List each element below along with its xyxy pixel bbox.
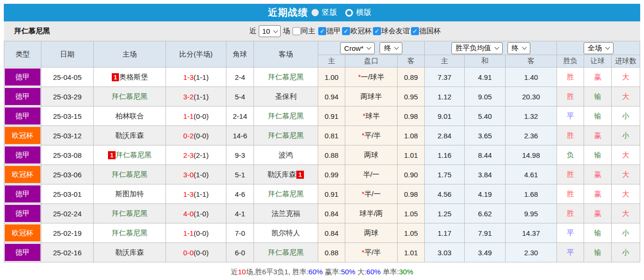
away-team-cell: 法兰克福	[254, 204, 318, 223]
halftime-score: (0-0)	[194, 112, 209, 120]
match-type-cell: 德甲	[4, 184, 41, 204]
avg-lose-odds: 20.30	[506, 87, 557, 106]
avg-win-odds: 9.01	[425, 106, 465, 126]
match-type-cell: 欧冠杯	[4, 165, 41, 184]
summary-segment: 30%	[399, 268, 413, 276]
checkbox-unchecked-icon[interactable]	[293, 27, 301, 35]
header-dropdown[interactable]: 终	[380, 42, 402, 54]
checkbox-checked-icon[interactable]: ✓	[411, 27, 419, 35]
summary-segment: 大:	[355, 268, 366, 276]
header-dropdown[interactable]: 胜平负均值	[451, 42, 503, 54]
match-type-cell: 欧冠杯	[4, 126, 41, 145]
handicap-result: 赢	[584, 68, 612, 87]
avg-lose-odds: 14.37	[506, 223, 557, 243]
summary-segment: 60%	[366, 268, 381, 276]
match-date: 25-03-12	[41, 126, 94, 145]
handicap-away-odds: 0.89	[398, 68, 425, 87]
handicap-line: *一/球半	[345, 68, 398, 87]
rank-badge: 1	[112, 73, 119, 81]
avg-win-odds: 1.12	[425, 87, 465, 106]
handicap-home-odds: 0.91	[318, 184, 345, 204]
team-name: 斯图加特	[116, 190, 144, 198]
match-date: 25-03-15	[41, 106, 94, 126]
handicap-away-odds: 1.05	[398, 204, 425, 223]
home-team-cell: 斯图加特	[94, 184, 166, 204]
handicap-result: 赢	[584, 204, 612, 223]
home-team-cell: 拜仁慕尼黑	[94, 204, 166, 223]
filter-checkbox-label[interactable]: 同主	[301, 27, 315, 36]
corners-cell: 9-3	[226, 145, 254, 165]
avg-lose-odds: 1.40	[506, 68, 557, 87]
avg-lose-odds: 9.95	[506, 204, 557, 223]
team-name: 拜仁慕尼黑	[268, 248, 304, 256]
col-header-date: 日期	[41, 41, 94, 68]
team-name: 拜仁慕尼黑	[268, 131, 304, 139]
handicap-away-odds: 0.98	[398, 106, 425, 126]
handicap-result: 输	[584, 243, 612, 262]
radio-horizontal-layout[interactable]	[345, 9, 353, 17]
asterisk-marker: *	[361, 248, 364, 256]
goals-result: 小	[612, 126, 640, 145]
match-date: 25-03-29	[41, 87, 94, 106]
halftime-score: (1-0)	[194, 210, 209, 218]
filter-checkbox-label[interactable]: 德甲	[327, 27, 341, 36]
team-name: 拜仁慕尼黑	[116, 151, 152, 159]
panel-title: 近期战绩	[268, 6, 308, 19]
team-name: 圣保利	[275, 92, 297, 100]
subheader-handicap-line: 盘口	[345, 55, 398, 68]
checkbox-checked-icon[interactable]: ✓	[373, 27, 381, 35]
home-team-cell: 拜仁慕尼黑	[94, 165, 166, 184]
header-dropdown-value: 终	[384, 44, 391, 53]
rank-badge: 1	[296, 171, 303, 179]
avg-lose-odds: 14.98	[506, 145, 557, 165]
league-badge: 德甲	[5, 185, 40, 203]
checkbox-checked-icon[interactable]: ✓	[318, 27, 326, 35]
handicap-result: 赢	[584, 165, 612, 184]
chevron-down-icon	[273, 28, 278, 33]
score-cell: 3-2(1-1)	[166, 87, 226, 106]
avg-win-odds: 1.25	[425, 204, 465, 223]
table-row: 德甲25-02-24拜仁慕尼黑4-0(1-0)4-1法兰克福0.84球半/两1.…	[4, 204, 640, 223]
handicap-away-odds: 1.01	[398, 145, 425, 165]
avg-draw-odds: 5.40	[465, 106, 506, 126]
topbar: 近期战绩 竖版 横版	[4, 4, 640, 21]
fulltime-score: 1-1	[183, 112, 194, 120]
filter-checkbox-label[interactable]: 球会友谊	[381, 27, 410, 36]
goals-result: 小	[612, 106, 640, 126]
header-dropdown[interactable]: 终	[507, 42, 530, 54]
filter-checkbox-label[interactable]: 德国杯	[420, 27, 441, 36]
team-name: 勒沃库森	[267, 170, 296, 178]
radio-horizontal-label[interactable]: 横版	[356, 8, 371, 18]
away-team-cell: 拜仁慕尼黑	[254, 126, 318, 145]
handicap-result: 输	[584, 223, 612, 243]
table-row: 德甲25-03-15柏林联合1-1(0-0)2-14拜仁慕尼黑0.91*球半0.…	[4, 106, 640, 126]
fulltime-score: 0-0	[183, 249, 194, 257]
asterisk-marker: *	[361, 190, 364, 198]
goals-result: 大	[612, 204, 640, 223]
checkbox-checked-icon[interactable]: ✓	[342, 27, 350, 35]
team-title: 拜仁慕尼黑	[14, 27, 50, 36]
match-count-select[interactable]: 10	[259, 25, 281, 37]
fulltime-score: 3-2	[183, 93, 194, 101]
home-team-cell: 拜仁慕尼黑	[94, 223, 166, 243]
match-result: 胜	[557, 184, 584, 204]
avg-win-odds: 1.16	[425, 145, 465, 165]
avg-draw-odds: 3.84	[465, 165, 506, 184]
chevron-down-icon	[494, 45, 499, 50]
avg-lose-odds: 1.68	[506, 184, 557, 204]
radio-vertical-layout[interactable]	[312, 9, 319, 16]
handicap-result: 赢	[584, 126, 612, 145]
match-result: 平	[557, 106, 584, 126]
handicap-result: 输	[584, 87, 612, 106]
header-dropdown-value: Crow*	[344, 44, 364, 52]
header-dropdown[interactable]: 全场	[584, 42, 614, 54]
header-dropdown[interactable]: Crow*	[340, 42, 375, 54]
filter-controls: 近 10 场 同主✓德甲✓欧冠杯✓球会友谊✓德国杯	[249, 25, 441, 37]
radio-vertical-label[interactable]: 竖版	[322, 8, 337, 18]
filter-checkbox-label[interactable]: 欧冠杯	[351, 27, 372, 36]
table-row: 欧冠杯25-03-06拜仁慕尼黑3-0(1-0)5-1勒沃库森10.99半/一0…	[4, 165, 640, 184]
table-row: 欧冠杯25-03-12勒沃库森0-2(0-0)14-6拜仁慕尼黑0.81*平/半…	[4, 126, 640, 145]
home-team-cell: 1奥格斯堡	[94, 68, 166, 87]
subheader-handicap-away: 客	[398, 55, 425, 68]
handicap-away-odds: 1.01	[398, 243, 425, 262]
